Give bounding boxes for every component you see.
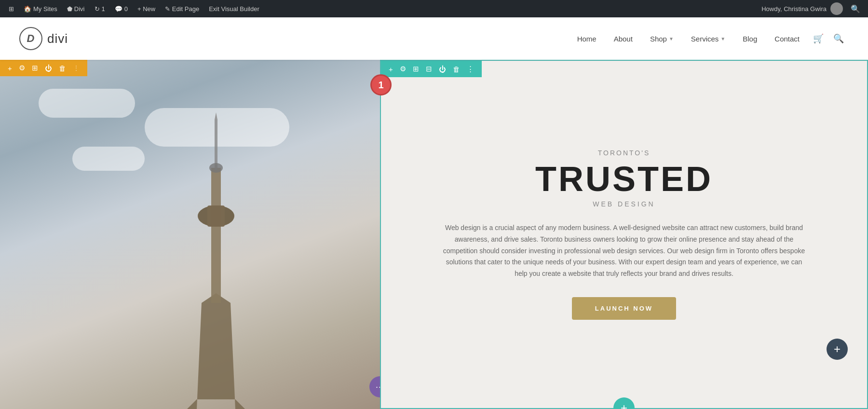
toolbar-right-delete-icon[interactable]: 🗑 <box>451 64 462 74</box>
new-label: + New <box>137 5 155 13</box>
admin-bar: ⊞ 🏠 My Sites ⬟ Divi ↻ 1 💬 0 + New ✎ Edit… <box>0 0 868 17</box>
logo-circle: D <box>19 27 42 50</box>
edit-page-label: ✎ Edit Page <box>165 5 199 13</box>
nav-item-blog[interactable]: Blog <box>734 17 766 60</box>
nav-item-about[interactable]: About <box>605 17 641 60</box>
updates-icon: ↻ <box>95 5 100 13</box>
nav-cart-icon[interactable]: 🛒 <box>808 33 828 44</box>
edit-page-btn[interactable]: ✎ Edit Page <box>160 0 204 17</box>
comments-count: 0 <box>124 5 128 13</box>
logo-letter: D <box>27 32 35 45</box>
my-sites-icon: 🏠 <box>24 5 31 13</box>
admin-search-icon[interactable]: 🔍 <box>847 4 864 14</box>
admin-bar-right: Howdy, Christina Gwira 🔍 <box>761 2 864 15</box>
services-dropdown-arrow: ▼ <box>720 36 725 41</box>
nav-item-contact[interactable]: Contact <box>766 17 808 60</box>
main-nav: Home About Shop ▼ Services ▼ Blog Contac… <box>569 17 849 60</box>
comments-icon: 💬 <box>115 5 122 13</box>
nav-item-services[interactable]: Services ▼ <box>682 17 734 60</box>
svg-rect-4 <box>215 120 217 170</box>
divi-btn[interactable]: ⬟ Divi <box>62 0 90 17</box>
toolbar-layout-icon[interactable]: ⊞ <box>30 63 40 73</box>
nav-item-shop[interactable]: Shop ▼ <box>641 17 682 60</box>
comments-btn[interactable]: 💬 0 <box>110 0 133 17</box>
shop-dropdown-arrow: ▼ <box>669 36 674 41</box>
site-header: D divi Home About Shop ▼ Services ▼ Blog… <box>0 17 868 60</box>
toolbar-right-cols-icon[interactable]: ⊟ <box>424 64 434 74</box>
toolbar-power-icon[interactable]: ⏻ <box>43 63 54 73</box>
svg-rect-3 <box>207 205 225 227</box>
toolbar-right-more-icon[interactable]: ⋮ <box>465 64 476 74</box>
toolbar-right-settings-icon[interactable]: ⚙ <box>398 64 408 74</box>
left-panel: + ⚙ ⊞ ⏻ 🗑 ⋮ ··· <box>0 60 380 409</box>
nav-search-icon[interactable]: 🔍 <box>828 33 849 44</box>
wp-icon: ⊞ <box>9 5 14 13</box>
svg-marker-0 <box>177 293 255 409</box>
avatar <box>830 2 843 15</box>
new-btn[interactable]: + New <box>133 0 160 17</box>
launch-now-button[interactable]: LAUNCH NOW <box>572 297 676 320</box>
toolbar-right-power-icon[interactable]: ⏻ <box>437 64 448 74</box>
svg-point-6 <box>209 163 223 173</box>
nav-about-label: About <box>614 35 633 43</box>
content-subtitle: TORONTO'S <box>598 149 651 157</box>
toolbar-add-icon[interactable]: + <box>6 63 14 73</box>
cn-tower-image <box>0 60 380 409</box>
wp-icon-btn[interactable]: ⊞ <box>4 0 19 17</box>
cloud-3 <box>72 147 145 171</box>
toolbar-settings-icon[interactable]: ⚙ <box>17 63 27 73</box>
number-badge: 1 <box>370 74 392 95</box>
cloud-1 <box>39 89 135 118</box>
nav-shop-label: Shop <box>650 35 667 43</box>
nav-blog-label: Blog <box>743 35 757 43</box>
add-row-icon: + <box>621 401 627 409</box>
nav-services-label: Services <box>691 35 719 43</box>
toolbar-right-layout-icon[interactable]: ⊞ <box>411 64 421 74</box>
exit-vb-label: Exit Visual Builder <box>209 5 259 13</box>
main-content: + ⚙ ⊞ ⏻ 🗑 ⋮ ··· + ⚙ ⊞ ⊟ ⏻ 🗑 ⋮ 1 TORONTO'… <box>0 60 868 409</box>
logo-name: divi <box>47 31 68 46</box>
right-section-toolbar: + ⚙ ⊞ ⊟ ⏻ 🗑 ⋮ <box>381 61 482 77</box>
toolbar-delete-icon[interactable]: 🗑 <box>57 63 68 73</box>
svg-marker-5 <box>215 112 217 120</box>
updates-count: 1 <box>102 5 105 13</box>
cn-tower-svg <box>173 110 259 409</box>
toolbar-right-add-icon[interactable]: + <box>387 64 395 74</box>
my-sites-label: My Sites <box>33 5 57 13</box>
nav-contact-label: Contact <box>774 35 800 43</box>
site-logo[interactable]: D divi <box>19 27 68 50</box>
updates-btn[interactable]: ↻ 1 <box>90 0 110 17</box>
left-section-toolbar: + ⚙ ⊞ ⏻ 🗑 ⋮ <box>0 60 87 76</box>
content-subtitle2: WEB DESIGN <box>593 200 655 208</box>
my-sites-btn[interactable]: 🏠 My Sites <box>19 0 62 17</box>
content-body: Web design is a crucial aspect of any mo… <box>441 222 807 280</box>
divi-label: Divi <box>74 5 85 13</box>
add-row-button[interactable]: + <box>613 397 635 409</box>
svg-rect-1 <box>211 168 221 303</box>
toolbar-more-icon[interactable]: ⋮ <box>71 63 81 73</box>
dots-icon: ··· <box>376 382 380 392</box>
howdy-label: Howdy, Christina Gwira <box>761 5 827 13</box>
content-title: TRUSTED <box>535 162 713 196</box>
nav-item-home[interactable]: Home <box>569 17 605 60</box>
right-panel: + ⚙ ⊞ ⊟ ⏻ 🗑 ⋮ 1 TORONTO'S TRUSTED WEB DE… <box>380 60 868 409</box>
add-section-icon: + <box>834 342 841 356</box>
exit-vb-btn[interactable]: Exit Visual Builder <box>204 0 264 17</box>
divi-icon: ⬟ <box>67 5 72 13</box>
add-section-button[interactable]: + <box>827 339 848 360</box>
nav-home-label: Home <box>577 35 597 43</box>
badge-number: 1 <box>378 80 383 91</box>
